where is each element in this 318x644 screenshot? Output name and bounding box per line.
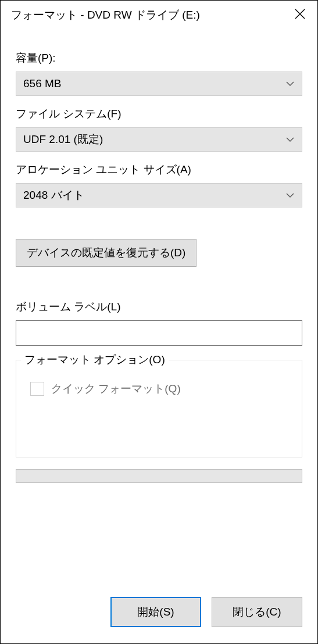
capacity-dropdown[interactable]: 656 MB xyxy=(16,71,302,96)
start-button[interactable]: 開始(S) xyxy=(110,597,201,627)
capacity-label: 容量(P): xyxy=(16,51,302,66)
format-progress-bar xyxy=(16,469,302,483)
chevron-down-icon xyxy=(285,192,295,198)
filesystem-label: ファイル システム(F) xyxy=(16,106,302,121)
format-options-group: フォーマット オプション(O) クイック フォーマット(Q) xyxy=(16,360,302,457)
format-options-legend: フォーマット オプション(O) xyxy=(21,352,169,367)
restore-defaults-button[interactable]: デバイスの既定値を復元する(D) xyxy=(16,239,196,267)
dialog-content: 容量(P): 656 MB ファイル システム(F) UDF 2.01 (既定)… xyxy=(1,30,317,643)
allocation-value: 2048 バイト xyxy=(23,188,84,203)
titlebar: フォーマット - DVD RW ドライブ (E:) xyxy=(1,1,317,30)
volume-label-input[interactable] xyxy=(16,320,302,346)
dialog-button-row: 開始(S) 閉じる(C) xyxy=(16,597,302,627)
format-dialog-window: フォーマット - DVD RW ドライブ (E:) 容量(P): 656 MB … xyxy=(0,0,318,644)
window-title: フォーマット - DVD RW ドライブ (E:) xyxy=(11,8,200,23)
capacity-value: 656 MB xyxy=(23,77,61,90)
chevron-down-icon xyxy=(285,137,295,142)
chevron-down-icon xyxy=(285,81,295,87)
allocation-dropdown[interactable]: 2048 バイト xyxy=(16,183,302,207)
close-window-button[interactable] xyxy=(283,1,317,30)
filesystem-value: UDF 2.01 (既定) xyxy=(23,132,103,147)
quick-format-row: クイック フォーマット(Q) xyxy=(30,381,291,396)
close-button[interactable]: 閉じる(C) xyxy=(212,597,302,627)
quick-format-checkbox[interactable] xyxy=(30,382,44,396)
volume-label: ボリューム ラベル(L) xyxy=(16,299,302,314)
allocation-label: アロケーション ユニット サイズ(A) xyxy=(16,162,302,177)
close-icon xyxy=(294,8,306,23)
filesystem-dropdown[interactable]: UDF 2.01 (既定) xyxy=(16,127,302,152)
quick-format-label: クイック フォーマット(Q) xyxy=(51,381,181,396)
